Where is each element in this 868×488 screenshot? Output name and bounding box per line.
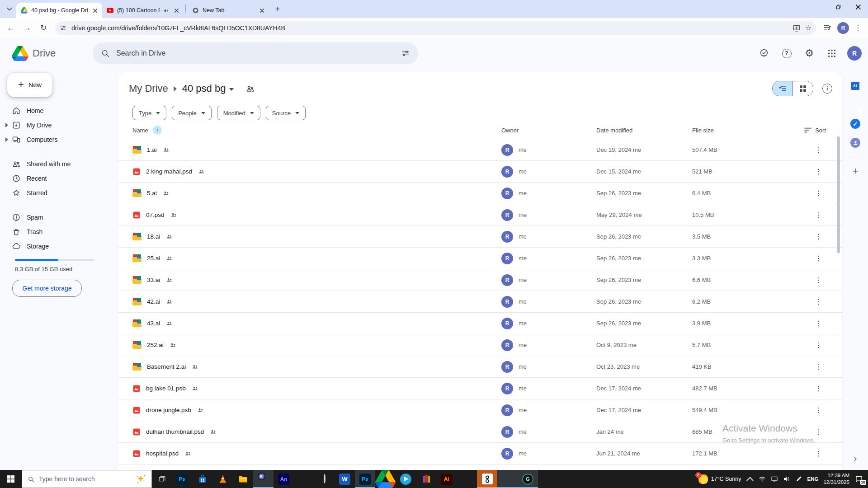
tab-search-button[interactable] [4,3,15,15]
side-panel-item[interactable]: 31 [847,76,863,95]
taskbar-app[interactable] [294,470,314,488]
side-panel-item[interactable]: + [847,162,863,181]
volume-icon[interactable] [783,475,790,483]
taskbar-app[interactable]: Ps [172,470,192,488]
taskbar-app[interactable] [396,470,416,488]
tab-google-drive[interactable]: 40 psd bg - Google Drive [16,3,102,18]
more-actions-button[interactable]: ⋮ [809,189,829,197]
more-actions-button[interactable]: ⋮ [809,341,829,349]
filter-chip[interactable]: People [172,106,211,120]
help-button[interactable]: ? [778,44,796,62]
show-hidden-icons-button[interactable] [746,475,754,483]
advanced-search-icon[interactable] [401,49,410,58]
taskbar-app[interactable]: W [335,470,355,488]
table-row[interactable]: 07.psd R me May 29, 2024 me 10.5 MB ⋮ [118,204,842,226]
display-icon[interactable] [771,475,778,483]
new-button[interactable]: + New [7,73,52,97]
clock[interactable]: 12:39 AM 12/31/2025 [823,472,849,486]
table-row[interactable]: 252.ai R me Oct 9, 2023 me 5.7 MB ⋮ [118,334,842,356]
sidebar-item[interactable]: My Drive [0,118,118,132]
taskbar-app[interactable]: An [274,470,294,488]
taskbar-search-input[interactable]: Type here to search [22,470,152,488]
search-icon[interactable] [101,49,110,58]
more-actions-button[interactable]: ⋮ [809,211,829,219]
column-header-size[interactable]: File size [692,127,764,134]
taskbar-app[interactable] [416,470,436,488]
language-indicator[interactable]: ENG [807,476,819,482]
side-panel-toggle-icon[interactable]: › [854,453,857,464]
filter-chip[interactable]: Source [266,106,306,120]
new-tab-button[interactable]: + [272,3,283,15]
taskbar-app[interactable]: Ai [436,470,457,488]
back-button[interactable]: ← [4,21,18,35]
sidebar-item[interactable]: Starred [0,186,118,200]
column-header-modified[interactable]: Date modified [596,127,692,134]
table-row[interactable]: 42.ai R me Sep 26, 2023 me 6.2 MB ⋮ [118,291,842,313]
side-panel-item[interactable] [847,95,863,114]
more-actions-button[interactable]: ⋮ [809,319,829,328]
taskbar-app[interactable] [212,470,233,488]
more-actions-button[interactable]: ⋮ [809,385,829,393]
drive-logo[interactable]: Drive [0,46,93,61]
filter-chip[interactable]: Modified [217,106,260,120]
table-row[interactable]: 43.ai R me Sep 26, 2023 me 3.9 MB ⋮ [118,313,842,334]
wifi-icon[interactable] [759,475,766,483]
close-tab-button[interactable] [258,7,265,14]
reload-button[interactable]: ↻ [36,21,51,35]
taskbar-app[interactable]: R [253,470,274,488]
table-row[interactable]: bg lake 01.psb R me Dec 17, 2024 me 482.… [118,378,842,399]
more-actions-button[interactable]: ⋮ [809,298,829,306]
table-row[interactable]: 2 king mahal.psd R me Dec 15, 2024 me 52… [118,161,842,183]
action-center-button[interactable]: 18 [854,475,863,483]
more-actions-button[interactable]: ⋮ [809,406,829,414]
site-settings-icon[interactable] [60,24,67,32]
more-actions-button[interactable]: ⋮ [809,363,829,371]
more-actions-button[interactable]: ⋮ [809,428,829,436]
close-window-button[interactable] [848,0,868,14]
table-row[interactable]: 25.ai R me Sep 26, 2023 me 3.3 MB ⋮ [118,248,842,269]
sidebar-item[interactable]: Spam [0,210,118,225]
table-row[interactable]: 18.ai R me Sep 26, 2023 me 3.5 MB ⋮ [118,226,842,248]
table-row[interactable]: drone jungle.psb R me Dec 17, 2024 me 54… [118,399,842,421]
more-actions-button[interactable]: ⋮ [809,450,829,458]
table-row[interactable]: Basement 2.ai R me Oct 23, 2023 me 419 K… [118,356,842,378]
breadcrumb-parent[interactable]: My Drive [129,83,168,94]
sidebar-item[interactable]: Trash [0,225,118,239]
task-view-button[interactable] [152,470,172,488]
expand-caret-icon[interactable] [5,123,8,127]
column-header-name[interactable]: Name ↑ [132,126,501,135]
weather-widget[interactable]: 2 17°C Sunny [698,474,741,484]
url-text[interactable]: drive.google.com/drive/folders/10GzFL_cV… [71,24,788,32]
close-tab-button[interactable] [91,7,99,14]
taskbar-app[interactable] [375,470,396,488]
install-app-icon[interactable] [793,24,801,32]
table-row[interactable]: hospital.psd R me Jun 21, 2024 me 172.1 … [118,443,842,465]
offline-status-button[interactable] [755,44,773,62]
side-panel-item[interactable]: ✓ [847,114,863,133]
taskbar-app[interactable] [314,470,335,488]
close-tab-button[interactable] [173,7,180,14]
address-bar[interactable]: drive.google.com/drive/folders/10GzFL_cV… [55,21,816,35]
get-more-storage-button[interactable]: Get more storage [12,280,82,297]
search-input[interactable]: Search in Drive [93,42,418,64]
browser-menu-icon[interactable]: ⋮ [854,23,862,32]
table-row[interactable]: 5.ai R me Sep 26, 2023 me 6.4 MB ⋮ [118,183,842,204]
taskbar-app[interactable] [477,470,497,488]
sidebar-item[interactable]: Storage [0,239,118,253]
table-row[interactable]: dulhan thumbnail.psd R me Jan 24 me 685 … [118,421,842,443]
taskbar-app[interactable] [457,470,477,488]
sort-control[interactable]: Sort [764,127,842,134]
list-view-button[interactable] [773,81,793,96]
sort-ascending-icon[interactable]: ↑ [153,126,162,135]
tab-youtube[interactable]: (5) 100 Cartoon Backgroun [102,3,184,18]
sidebar-item[interactable]: Home [0,103,118,118]
restore-button[interactable] [828,0,848,14]
sidebar-item[interactable]: Recent [0,171,118,186]
scrollbar[interactable] [837,136,840,253]
browser-profile-avatar[interactable]: R [837,22,849,34]
table-row[interactable]: 1.ai R me Dec 19, 2024 me 507.4 MB ⋮ [118,139,842,161]
more-actions-button[interactable]: ⋮ [809,168,829,176]
taskbar-app[interactable]: G [518,470,538,488]
column-header-owner[interactable]: Owner [501,127,596,134]
more-actions-button[interactable]: ⋮ [809,254,829,263]
